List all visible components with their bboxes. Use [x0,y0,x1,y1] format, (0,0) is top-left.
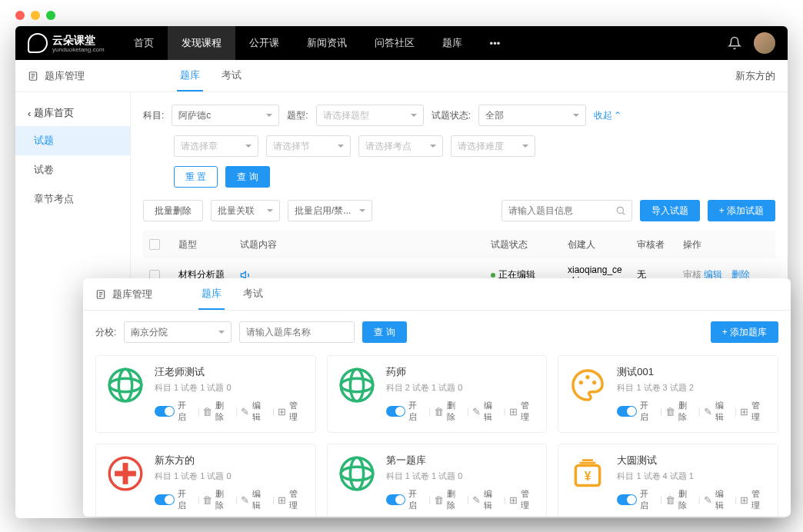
svg-point-1 [617,207,623,213]
close-dot[interactable] [15,11,25,20]
batch-toggle-select[interactable]: 批量启用/禁... [288,200,372,221]
sidebar-item-questions[interactable]: 试题 [15,126,130,155]
nav-qa[interactable]: 问答社区 [361,26,428,60]
main-content: 科目: 阿萨德c 题型: 请选择题型 试题状态: 全部 收起 ⌃ 请选择章 请选… [131,92,788,304]
bank-icon [337,365,377,405]
nav-open-class[interactable]: 公开课 [235,26,293,60]
manage-label[interactable]: 管理 [289,488,306,511]
trash-icon[interactable]: 🗑 [665,494,675,506]
bell-icon[interactable] [728,36,741,50]
subject-select[interactable]: 阿萨德c [172,105,279,126]
avatar[interactable] [754,32,775,54]
manage-label[interactable]: 管理 [751,400,768,423]
branch-select[interactable]: 南京分院 [124,321,232,343]
delete-label[interactable]: 删除 [215,488,232,511]
edit-icon[interactable]: ✎ [704,406,712,417]
difficulty-select[interactable]: 请选择难度 [451,135,535,157]
sidebar-item-papers[interactable]: 试卷 [15,155,130,185]
minimize-dot[interactable] [31,11,40,20]
grid-icon[interactable]: ⊞ [278,494,286,506]
chapter-select[interactable]: 请选择章 [174,135,258,157]
add-question-button[interactable]: + 添加试题 [708,200,775,221]
nav-discover[interactable]: 发现课程 [168,26,235,60]
select-all-checkbox[interactable] [149,239,160,250]
manage-label[interactable]: 管理 [521,488,538,511]
open-toggle[interactable] [386,406,406,417]
open-toggle[interactable] [617,494,637,505]
grid-icon[interactable]: ⊞ [278,406,286,417]
query-button[interactable]: 查 询 [225,166,269,188]
section-select[interactable]: 请选择节 [266,135,351,157]
sidebar-item-chapters[interactable]: 章节考点 [15,185,130,214]
import-button[interactable]: 导入试题 [640,200,700,221]
tab-exam[interactable]: 考试 [218,61,245,91]
edit-label[interactable]: 编辑 [715,488,732,511]
status-select[interactable]: 全部 [478,105,586,126]
trash-icon[interactable]: 🗑 [434,406,444,417]
trash-icon[interactable]: 🗑 [665,406,675,417]
trash-icon[interactable]: 🗑 [202,406,212,417]
batch-link-select[interactable]: 批量关联 [211,200,280,221]
status-dot-icon [491,273,495,278]
open-label: 开启 [640,400,657,423]
edit-label[interactable]: 编辑 [252,488,269,511]
bank-meta: 科目 1 试卷 1 试题 0 [155,470,306,482]
search-icon[interactable] [615,205,626,216]
bank-card: 新东方的 科目 1 试卷 1 试题 0 开启 | 🗑 删除 | ✎ 编辑 | ⊞… [95,444,316,517]
open-toggle[interactable] [386,494,406,505]
grid-icon[interactable]: ⊞ [740,494,748,506]
manage-label[interactable]: 管理 [289,400,306,423]
edit-icon[interactable]: ✎ [472,406,481,417]
manage-label[interactable]: 管理 [751,488,768,511]
delete-label[interactable]: 删除 [447,400,464,423]
svg-point-15 [341,457,373,490]
w2-tab-exam[interactable]: 考试 [240,279,266,310]
bank-title: 第一题库 [386,454,538,467]
manage-label[interactable]: 管理 [521,400,538,423]
nav-news[interactable]: 新闻资讯 [293,26,361,60]
bank-card: 药师 科目 2 试卷 1 试题 0 开启 | 🗑 删除 | ✎ 编辑 | ⊞ 管… [327,355,548,433]
edit-label[interactable]: 编辑 [715,400,732,423]
trash-icon[interactable]: 🗑 [202,494,212,506]
logo-icon [28,33,48,53]
nav-home[interactable]: 首页 [120,26,168,60]
reset-button[interactable]: 重 置 [174,166,218,188]
edit-label[interactable]: 编辑 [252,400,269,423]
nav-more[interactable]: ••• [476,26,515,60]
point-select[interactable]: 请选择考点 [358,135,443,157]
grid-icon[interactable]: ⊞ [509,406,518,417]
bank-card: 测试001 科目 1 试卷 3 试题 2 开启 | 🗑 删除 | ✎ 编辑 | … [558,355,778,433]
collapse-toggle[interactable]: 收起 ⌃ [594,109,621,122]
zoom-dot[interactable] [46,11,55,20]
tab-bank[interactable]: 题库 [177,61,203,91]
delete-label[interactable]: 删除 [678,400,695,423]
batch-delete-button[interactable]: 批量删除 [143,200,203,221]
search-input[interactable] [501,200,632,221]
edit-icon[interactable]: ✎ [704,494,712,506]
nav-question-bank[interactable]: 题库 [428,26,476,60]
open-toggle[interactable] [155,494,175,505]
page-title: 题库管理 [45,69,85,83]
logo[interactable]: 云朵课堂 yunduoketang.com [28,33,105,53]
edit-icon[interactable]: ✎ [241,494,249,506]
delete-label[interactable]: 删除 [215,400,232,423]
edit-label[interactable]: 编辑 [484,400,501,423]
grid-icon[interactable]: ⊞ [509,494,518,506]
back-link[interactable]: ‹ 题库首页 [15,100,130,126]
type-select[interactable]: 请选择题型 [316,105,424,126]
open-toggle[interactable] [155,406,175,417]
bank-name-input[interactable] [239,321,355,343]
delete-label[interactable]: 删除 [678,488,695,511]
doc-icon [95,289,106,300]
edit-label[interactable]: 编辑 [484,488,501,511]
edit-icon[interactable]: ✎ [241,406,249,417]
add-bank-button[interactable]: + 添加题库 [711,321,778,343]
trash-icon[interactable]: 🗑 [434,494,444,506]
grid-icon[interactable]: ⊞ [740,406,748,417]
delete-label[interactable]: 删除 [447,488,464,511]
w2-tab-bank[interactable]: 题库 [198,279,225,310]
edit-icon[interactable]: ✎ [472,494,481,506]
w2-query-button[interactable]: 查 询 [362,321,406,343]
subject-label: 科目: [143,109,164,122]
open-toggle[interactable] [617,406,637,417]
